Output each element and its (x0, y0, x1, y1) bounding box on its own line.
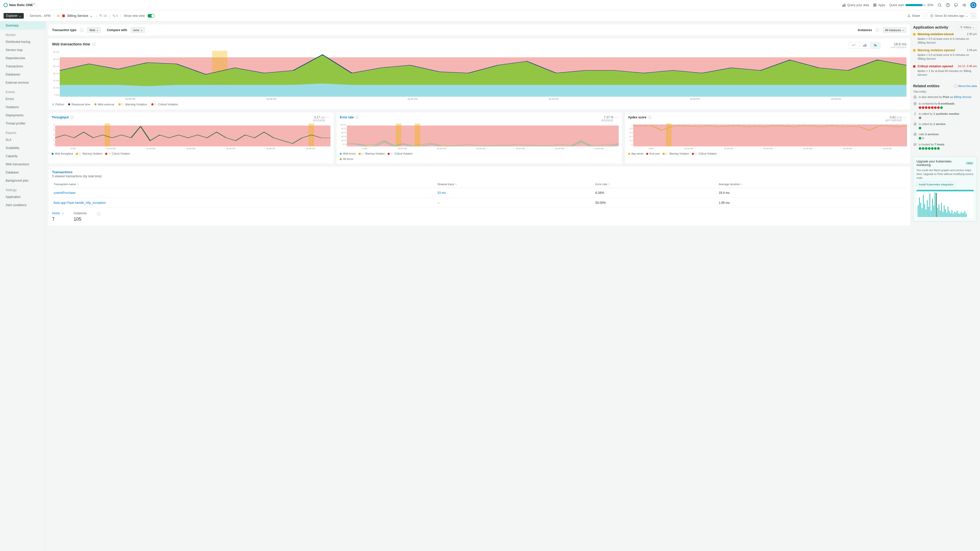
sidebar-item-deployments[interactable]: Deployments (0, 111, 45, 119)
chevron-down-icon: ⌄ (19, 14, 21, 17)
card-menu[interactable]: ⋯ (327, 116, 331, 120)
info-icon[interactable]: i (648, 116, 652, 119)
query-data-link[interactable]: Query your data (842, 3, 869, 7)
transaction-type-dropdown[interactable]: Web ⌄ (87, 27, 100, 33)
info-icon[interactable]: i (70, 116, 74, 119)
compare-dropdown[interactable]: none ⌄ (130, 27, 145, 33)
web-transactions-chart[interactable]: 35 ms 30 ms 25 ms 20 ms 15 ms 10 ms 5 ms… (52, 51, 907, 100)
boxes-icon (113, 14, 115, 17)
throughput-chart[interactable]: 86420 5 PM02:30 PM02:35 PM02:40 PM02:45 … (52, 124, 331, 150)
info-icon[interactable]: i (97, 212, 100, 216)
svg-rect-57 (941, 203, 942, 217)
filter-bar: Transaction type i Web ⌄ Compare with no… (48, 24, 910, 35)
user-avatar[interactable] (970, 2, 977, 8)
svg-rect-16 (863, 45, 864, 46)
sidebar-item-sla[interactable]: SLA (0, 136, 45, 144)
time-range-dropdown[interactable]: Since 30 minutes ago ⌄ (928, 13, 971, 19)
help-icon[interactable] (946, 3, 950, 7)
related-synthetic[interactable]: is called by 1 synthetic monitor (913, 112, 977, 119)
sidebar-item-summary[interactable]: Summary (0, 21, 45, 30)
sidebar-item-thread-profiler[interactable]: Thread profiler (0, 119, 45, 127)
announce-icon[interactable] (962, 3, 966, 7)
table-row[interactable]: submitPurchase 33 ms 6.38% 19.4 ms (52, 188, 907, 198)
apps-link[interactable]: Apps (873, 3, 885, 7)
related-hosts[interactable]: is hosted by 7 hosts (913, 143, 977, 150)
sidebar-item-violations[interactable]: Violations (0, 103, 45, 111)
instances-dropdown[interactable]: All Instances ⌄ (883, 27, 907, 33)
info-icon[interactable]: i (876, 28, 879, 32)
svg-rect-49 (931, 211, 932, 217)
related-calls[interactable]: calls 2 services (913, 132, 977, 140)
sidebar-item-errors[interactable]: Errors (0, 95, 45, 103)
related-pixie[interactable]: is also detected by Pixie as Billing Ser… (913, 95, 977, 99)
svg-rect-68 (956, 213, 956, 217)
sidebar-item-external-services[interactable]: External services (0, 79, 45, 87)
search-icon[interactable] (938, 3, 942, 7)
entity-count[interactable]: 8 (113, 14, 118, 17)
sidebar-item-databases[interactable]: Databases (0, 70, 45, 79)
sidebar-item-background-jobs[interactable]: Background jobs (0, 176, 45, 185)
sidebar-item-capacity[interactable]: Capacity (0, 152, 45, 160)
card-menu[interactable]: ⋯ (903, 116, 907, 120)
svg-rect-47 (928, 207, 929, 218)
filters-button[interactable]: Filters ⌄ (958, 24, 977, 30)
chart-view-line[interactable] (848, 42, 859, 48)
sidebar-header-monitor: Monitor (0, 30, 45, 38)
svg-rect-40 (919, 198, 920, 217)
sidebar-item-transactions[interactable]: Transactions (0, 62, 45, 70)
about-data-link[interactable]: i About this data (954, 84, 977, 88)
time-next-button[interactable]: › (971, 13, 977, 19)
brand-logo[interactable]: New Relic ONE™ (3, 3, 35, 7)
related-service[interactable]: is called by 1 service (913, 122, 977, 129)
explorer-dropdown[interactable]: Explorer ⌄ (3, 13, 24, 19)
sidebar-item-service-map[interactable]: Service map (0, 46, 45, 54)
new-badge: NEW (966, 162, 974, 165)
col-trace[interactable]: Slowest trace⇅ (436, 181, 594, 188)
chart-icon (842, 3, 845, 7)
activity-item[interactable]: Warning violation opened 2:34 pm Apdex <… (913, 48, 977, 61)
transactions-card: Transactions 5 slowest transactions (by … (48, 167, 910, 225)
feedback-icon[interactable] (954, 3, 958, 7)
info-icon[interactable]: i (92, 42, 96, 46)
chart-view-bar[interactable] (859, 42, 870, 48)
sidebar-item-scalability[interactable]: Scalability (0, 144, 45, 152)
sidebar-item-alert-conditions[interactable]: Alert conditions (0, 201, 45, 209)
card-menu[interactable]: ⋯ (615, 116, 619, 120)
info-icon[interactable]: i (355, 116, 359, 119)
star-icon[interactable]: ★ (56, 14, 60, 18)
svg-rect-45 (926, 210, 926, 218)
info-icon[interactable]: i (80, 28, 83, 32)
svg-rect-14 (114, 16, 115, 17)
col-name[interactable]: Transaction name⇅ (52, 181, 436, 188)
sidebar-item-application[interactable]: Application (0, 193, 45, 201)
related-workloads[interactable]: is contained by 8 workloads (913, 102, 977, 109)
chevron-down-icon: ⌄ (966, 14, 968, 17)
sidebar-item-distributed-tracing[interactable]: Distributed tracing (0, 38, 45, 46)
col-duration[interactable]: Average duration⇅ (717, 181, 907, 188)
transactions-table: Transaction name⇅ Slowest trace⇅ Error r… (52, 181, 907, 208)
install-kubernetes-button[interactable]: Install Kubernetes integration (916, 182, 956, 187)
activity-item[interactable]: Warning violation closed 2:35 pm Apdex <… (913, 32, 977, 45)
apdex-chart[interactable]: 10.80.60.40.20 5 PM02:30 PM02:35 PM02:40… (628, 124, 907, 150)
table-row[interactable]: flask.app:Flask.handle_http_exception --… (52, 198, 907, 208)
transactions-title[interactable]: Transactions (52, 170, 907, 174)
breadcrumb-current[interactable]: Billing Service ⌄ (67, 14, 93, 17)
sidebar-item-database[interactable]: Database (0, 168, 45, 176)
share-button[interactable]: Share (907, 14, 920, 17)
related-entities-panel: Related entities i About this data This … (913, 84, 977, 153)
svg-point-7 (938, 3, 941, 6)
show-new-toggle[interactable] (148, 14, 155, 17)
col-error[interactable]: Error rate⇅ (594, 181, 717, 188)
quickstart[interactable]: Quick start 83% (889, 3, 934, 7)
monitor-icon (913, 112, 917, 116)
chart-view-percent[interactable]: % (870, 42, 880, 48)
time-range-selector: ‹ Since 30 minutes ago ⌄ › (922, 13, 977, 19)
sidebar-item-dependencies[interactable]: Dependencies (0, 54, 45, 62)
breadcrumb-services[interactable]: Services - APM (30, 14, 51, 17)
trace-count[interactable]: 19 (100, 14, 107, 17)
hosts-stat[interactable]: Hosts↗ 7 (52, 211, 64, 222)
activity-item[interactable]: Critical violation opened Jul 12, 5:46 a… (913, 65, 977, 77)
sidebar-item-web-transactions[interactable]: Web transactions (0, 160, 45, 168)
time-prev-button[interactable]: ‹ (922, 13, 928, 19)
error-rate-chart[interactable]: 100 %80 %60 %40 %20 %0 % 5 PM02:30 PM02:… (340, 124, 619, 150)
